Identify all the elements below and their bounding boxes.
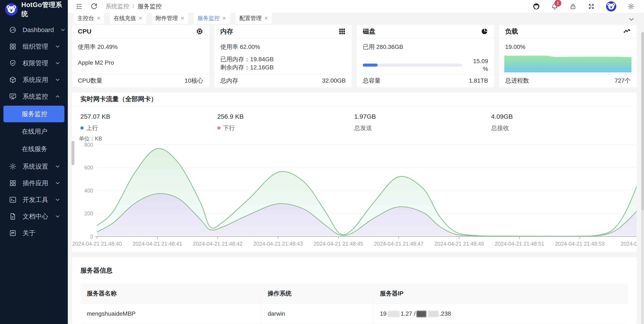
breadcrumb-separator: /	[133, 3, 134, 10]
content: CPU 使用率 20.49% Apple M2 Pro CPU数量 10核心 内…	[68, 24, 644, 324]
chevron-down-icon	[54, 180, 60, 186]
y-axis-label: 200	[72, 210, 93, 217]
tab-主控台[interactable]: 主控台✕	[74, 13, 104, 24]
stat-label: 总发送	[354, 124, 491, 132]
x-axis-label: 2024-04-21 21:48:53	[555, 241, 604, 247]
sidebar-item-label: 关于	[22, 229, 60, 237]
network-stats-row: 257.07 KB上行256.9 KB下行1.97GB总发送4.09GB总接收	[72, 106, 636, 132]
server-ip-cell: 191.27 /.238	[374, 304, 628, 324]
sidebar-item-permission[interactable]: 权限管理	[0, 55, 68, 72]
fullscreen-icon[interactable]	[588, 3, 595, 10]
tab-close-icon[interactable]: ✕	[96, 16, 100, 21]
sidebar-subitem[interactable]: 在线用户	[4, 123, 64, 140]
page-scrollbar-thumb[interactable]	[641, 32, 644, 210]
content-scrollbar-thumb[interactable]	[72, 141, 74, 165]
breadcrumb-parent[interactable]: 系统监控	[105, 2, 129, 11]
chevron-down-icon	[54, 60, 60, 66]
x-axis-label: 2024-04-21 21:48:49	[434, 241, 484, 247]
cube-icon	[9, 76, 17, 84]
lock-screen-icon[interactable]	[569, 3, 576, 10]
sidebar-item-about[interactable]: 关于	[0, 225, 68, 241]
sidebar-subitem[interactable]: 服务监控	[4, 106, 64, 122]
page-scrollbar[interactable]	[641, 32, 644, 324]
tab-close-icon[interactable]: ✕	[138, 16, 142, 21]
server-table-column-header: 服务器IP	[374, 283, 628, 304]
x-axis-label: 2024-04-21 21:48:41	[133, 241, 182, 247]
cpu-model-text: Apple M2 Pro	[78, 59, 203, 67]
settings-gear-icon[interactable]	[627, 3, 634, 10]
collapse-sidebar-icon[interactable]	[76, 3, 83, 10]
traffic-chart-svg	[97, 145, 636, 240]
memory-grid-icon	[338, 28, 346, 35]
sidebar-item-system-monitor[interactable]: 系统监控	[0, 88, 68, 105]
refresh-icon[interactable]	[90, 3, 98, 10]
disk-used-text: 已用 280.36GB	[363, 43, 488, 51]
user-avatar[interactable]	[606, 1, 616, 12]
tab-label: 附件管理	[156, 15, 178, 22]
app-title: HotGo管理系统	[21, 1, 68, 18]
sidebar-item-docs[interactable]: 文档中心	[0, 208, 68, 225]
stat-label: 总接收	[491, 124, 628, 132]
cpu-chip-icon	[196, 28, 203, 35]
app-root: HotGo管理系统 Dashboard组织管理权限管理系统应用系统监控服务监控在…	[0, 0, 644, 324]
chevron-down-icon	[54, 213, 60, 219]
cpu-card: CPU 使用率 20.49% Apple M2 Pro CPU数量 10核心	[72, 25, 209, 87]
legend-dot-icon	[217, 126, 220, 130]
cpu-footer-label: CPU数量	[78, 77, 102, 85]
server-os-cell: darwin	[261, 304, 373, 324]
tab-close-icon[interactable]: ✕	[180, 16, 184, 21]
sidebar-item-label: 系统应用	[22, 76, 48, 84]
ip-redaction-block	[388, 311, 400, 317]
sidebar-item-label: 开发工具	[22, 195, 48, 204]
sidebar-item-system-app[interactable]: 系统应用	[0, 72, 68, 88]
memory-footer-value: 32.00GB	[322, 77, 346, 84]
tab-close-icon[interactable]: ✕	[222, 16, 226, 21]
sidebar-item-dashboard[interactable]: Dashboard	[0, 22, 68, 38]
sidebar-item-label: 插件应用	[22, 179, 48, 188]
org-grid-icon	[9, 43, 17, 50]
chevron-down-icon	[54, 44, 60, 50]
stat-value: 1.97GB	[354, 113, 491, 120]
tab-list-chevron-down-icon[interactable]	[628, 16, 635, 23]
ip-redaction-block	[416, 311, 426, 317]
gear-icon	[9, 163, 17, 170]
breadcrumb: 系统监控 / 服务监控	[105, 2, 162, 11]
tab-close-icon[interactable]: ✕	[264, 16, 268, 21]
logo-row[interactable]: HotGo管理系统	[0, 0, 68, 19]
server-table-row: mengshuaideMBPdarwin191.27 /.238	[80, 304, 628, 324]
sidebar-subitem[interactable]: 在线服务	[4, 141, 64, 157]
server-name-cell: mengshuaideMBP	[80, 304, 261, 324]
stat-value: 257.07 KB	[80, 113, 217, 120]
tab-配置管理[interactable]: 配置管理✕	[236, 13, 272, 24]
tab-在线充值[interactable]: 在线充值✕	[110, 13, 146, 24]
sidebar-item-org[interactable]: 组织管理	[0, 38, 68, 55]
chevron-down-icon	[54, 77, 60, 83]
chevron-up-icon	[54, 94, 60, 100]
tab-服务监控[interactable]: 服务监控✕	[194, 13, 230, 24]
memory-card-title: 内存	[220, 27, 233, 36]
cpu-card-title: CPU	[78, 28, 91, 35]
sidebar-item-devtools[interactable]: 开发工具	[0, 191, 68, 208]
shield-check-icon	[9, 59, 17, 67]
disk-card: 磁盘 已用 280.36GB 15.09 % 总容量	[357, 25, 494, 87]
traffic-chart: 单位：KB 02004006008002024-04-21 21:48:4020…	[72, 133, 636, 252]
tab-附件管理[interactable]: 附件管理✕	[152, 13, 188, 24]
y-axis-label: 600	[72, 164, 93, 171]
sidebar-item-system-settings[interactable]: 系统设置	[0, 158, 68, 175]
sidebar-item-plugins[interactable]: 插件应用	[0, 175, 68, 191]
pie-chart-icon	[481, 28, 488, 35]
sidebar-subitem-label: 在线服务	[22, 145, 47, 153]
memory-footer-label: 总内存	[220, 77, 238, 85]
github-icon[interactable]	[533, 3, 540, 10]
server-table-column-header: 服务器名称	[80, 283, 261, 304]
disk-progress-bar	[363, 64, 462, 67]
server-table-column-header: 操作系统	[261, 283, 373, 304]
notifications-bell-icon[interactable]: 1	[551, 3, 558, 10]
network-traffic-card: 实时网卡流量（全部网卡） 257.07 KB上行256.9 KB下行1.97GB…	[72, 92, 636, 252]
tab-label: 主控台	[78, 15, 94, 22]
server-info-card: 服务器信息 服务器名称操作系统服务器IP mengshuaideMBPdarwi…	[72, 257, 636, 324]
stat-label: 上行	[80, 124, 217, 132]
sidebar-item-label: 系统监控	[22, 92, 48, 101]
disk-footer-label: 总容量	[363, 77, 381, 85]
tab-label: 在线充值	[114, 15, 136, 22]
